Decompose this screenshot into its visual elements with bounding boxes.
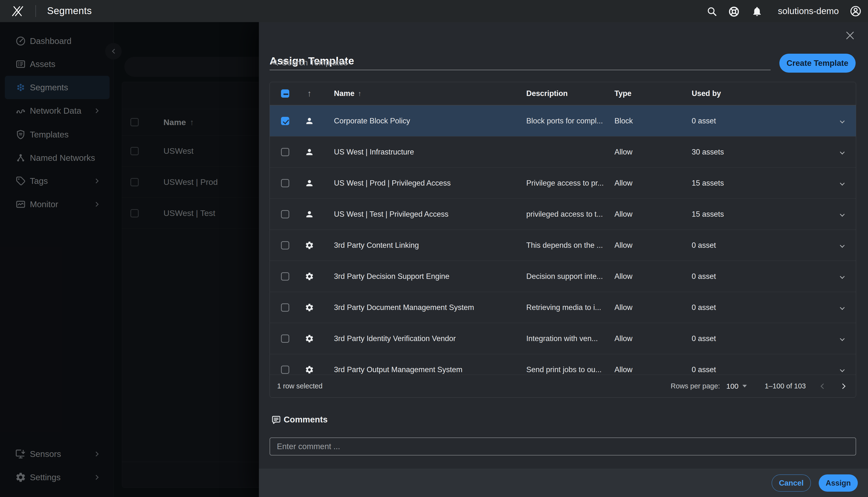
close-icon[interactable] xyxy=(846,31,854,40)
template-description: This depends on the ... xyxy=(526,241,614,250)
select-all-checkbox[interactable] xyxy=(281,89,289,98)
template-type: Allow xyxy=(614,148,692,156)
templates-table-body: Corporate Block Policy Block ports for c… xyxy=(270,105,856,374)
template-description: Retrieving media to i... xyxy=(526,303,614,312)
template-name: Corporate Block Policy xyxy=(320,117,526,125)
template-name: US West | Test | Privileged Access xyxy=(320,210,526,218)
template-type: Allow xyxy=(614,210,692,218)
template-name: 3rd Party Identity Verification Vendor xyxy=(320,334,526,343)
search-icon xyxy=(271,58,279,66)
row-checkbox[interactable] xyxy=(281,303,289,312)
template-type: Allow xyxy=(614,303,692,312)
column-header-type[interactable]: Type xyxy=(614,89,692,98)
template-type: Block xyxy=(614,117,692,125)
template-name: 3rd Party Output Management System xyxy=(320,365,526,374)
dropdown-arrow-icon xyxy=(742,385,747,387)
gear-icon xyxy=(305,241,314,250)
chevron-down-icon[interactable] xyxy=(840,118,845,124)
topbar-divider xyxy=(35,5,36,17)
chevron-down-icon[interactable] xyxy=(840,243,845,248)
row-checkbox[interactable] xyxy=(281,241,289,250)
template-type: Allow xyxy=(614,365,692,374)
top-bar: Segments solutions-demo xyxy=(0,0,868,22)
account-circle-icon[interactable] xyxy=(850,5,862,17)
chevron-down-icon[interactable] xyxy=(840,150,845,155)
template-name: US West | Infrastructure xyxy=(320,148,526,156)
user-icon xyxy=(305,179,314,188)
template-description: privileged access to t... xyxy=(526,210,614,218)
modal-action-bar: Cancel Assign xyxy=(259,469,868,497)
search-underline xyxy=(270,70,771,70)
next-page-icon[interactable] xyxy=(840,383,846,389)
row-checkbox[interactable] xyxy=(281,117,289,125)
sort-ascending-icon[interactable]: ↑ xyxy=(307,88,312,99)
template-name: 3rd Party Decision Support Engine xyxy=(320,272,526,281)
template-used-by: 15 assets xyxy=(692,179,829,187)
search-icon[interactable] xyxy=(706,6,718,17)
chevron-down-icon[interactable] xyxy=(840,274,845,279)
app-root: Segments solutions-demo xyxy=(0,0,868,497)
template-used-by: 0 asset xyxy=(692,117,829,125)
table-row[interactable]: US West | Test | Privileged Access privi… xyxy=(270,199,856,230)
template-type: Allow xyxy=(614,241,692,250)
template-description: Decision support inte... xyxy=(526,272,614,281)
template-used-by: 0 asset xyxy=(692,365,829,374)
template-used-by: 0 asset xyxy=(692,303,829,312)
selection-count: 1 row selected xyxy=(277,382,322,390)
search-templates-input[interactable] xyxy=(281,56,743,69)
comments-icon xyxy=(271,415,281,425)
row-checkbox[interactable] xyxy=(281,335,289,343)
templates-table-footer: 1 row selected Rows per page: 100 1–100 … xyxy=(270,374,856,397)
row-checkbox[interactable] xyxy=(281,179,289,187)
user-icon xyxy=(305,116,314,126)
table-row[interactable]: 3rd Party Content Linking This depends o… xyxy=(270,230,856,261)
template-used-by: 30 assets xyxy=(692,148,829,156)
table-row[interactable]: US West | Prod | Privileged Access Privi… xyxy=(270,168,856,199)
rows-per-page-select[interactable]: 100 xyxy=(726,382,747,390)
modal-backdrop[interactable] xyxy=(0,22,259,497)
table-row[interactable]: 3rd Party Output Management System Send … xyxy=(270,354,856,374)
page-title: Segments xyxy=(47,5,92,16)
create-template-button[interactable]: Create Template xyxy=(779,54,856,73)
template-type: Allow xyxy=(614,179,692,187)
row-checkbox[interactable] xyxy=(281,272,289,281)
template-used-by: 0 asset xyxy=(692,272,829,281)
assign-template-modal: Assign Template Create Template ↑ Name ↑… xyxy=(259,22,868,497)
row-checkbox[interactable] xyxy=(281,366,289,374)
brand-logo-icon[interactable] xyxy=(11,4,24,18)
template-used-by: 15 assets xyxy=(692,210,829,218)
row-checkbox[interactable] xyxy=(281,210,289,218)
table-row[interactable]: 3rd Party Document Management System Ret… xyxy=(270,292,856,323)
comment-input[interactable] xyxy=(270,438,856,455)
template-description: Block ports for compl... xyxy=(526,117,614,125)
chevron-down-icon[interactable] xyxy=(840,336,845,341)
template-name: 3rd Party Document Management System xyxy=(320,303,526,312)
chevron-down-icon[interactable] xyxy=(840,305,845,310)
templates-table-header: ↑ Name ↑ Description Type Used by xyxy=(270,82,856,105)
table-row[interactable]: 3rd Party Identity Verification Vendor I… xyxy=(270,323,856,354)
column-header-name[interactable]: Name ↑ xyxy=(320,89,526,98)
chevron-down-icon[interactable] xyxy=(840,212,845,217)
template-type: Allow xyxy=(614,272,692,281)
help-lifebuoy-icon[interactable] xyxy=(728,6,740,17)
column-header-description[interactable]: Description xyxy=(526,89,614,98)
table-row[interactable]: Corporate Block Policy Block ports for c… xyxy=(270,105,856,137)
template-name: 3rd Party Content Linking xyxy=(320,241,526,250)
previous-page-icon[interactable] xyxy=(821,383,826,389)
column-header-used-by[interactable]: Used by xyxy=(692,89,829,98)
account-name[interactable]: solutions-demo xyxy=(778,6,839,16)
template-description: Send print jobs to ou... xyxy=(526,365,614,374)
chevron-down-icon[interactable] xyxy=(840,367,845,372)
sort-ascending-icon: ↑ xyxy=(358,90,361,98)
template-description: Privilege access to pr... xyxy=(526,179,614,187)
row-checkbox[interactable] xyxy=(281,148,289,156)
chevron-down-icon[interactable] xyxy=(840,181,845,186)
cancel-button[interactable]: Cancel xyxy=(771,474,811,492)
notifications-bell-icon[interactable] xyxy=(751,6,763,17)
assign-button[interactable]: Assign xyxy=(819,474,858,492)
comments-label: Comments xyxy=(284,415,328,424)
table-row[interactable]: 3rd Party Decision Support Engine Decisi… xyxy=(270,261,856,292)
table-row[interactable]: US West | Infrastructure Allow 30 assets xyxy=(270,137,856,168)
template-description: Integration with ven... xyxy=(526,334,614,343)
gear-icon xyxy=(305,303,314,312)
